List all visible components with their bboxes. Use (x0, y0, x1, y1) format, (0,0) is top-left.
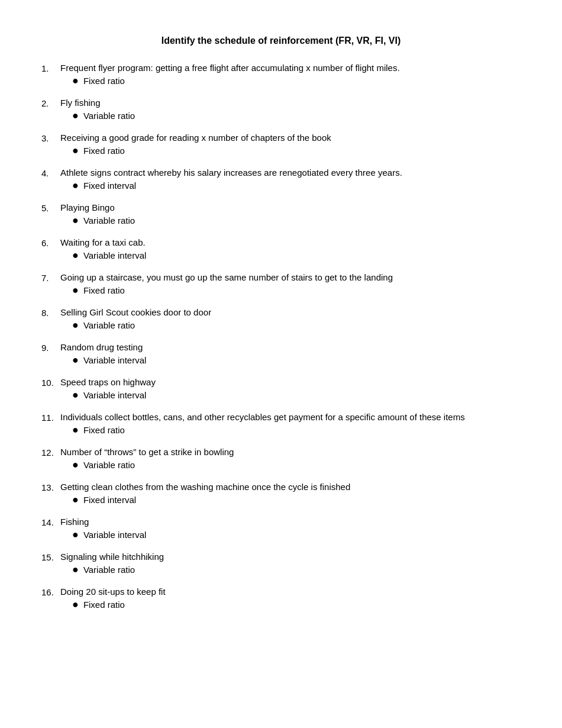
answer-item: ●Fixed ratio (60, 75, 521, 86)
question-number: 11. (41, 412, 60, 423)
question-text: Fly fishing (60, 98, 521, 108)
question-number: 2. (41, 98, 60, 108)
question-text: Playing Bingo (60, 202, 521, 212)
question-content: Selling Girl Scout cookies door to door●… (60, 307, 521, 330)
question-text: Going up a staircase, you must go up the… (60, 272, 521, 282)
bullet-icon: ● (72, 389, 79, 400)
answer-text: Variable interval (83, 355, 146, 365)
question-text: Speed traps on highway (60, 377, 521, 387)
answer-text: Variable interval (83, 530, 146, 540)
bullet-icon: ● (72, 145, 79, 156)
answer-text: Fixed ratio (83, 425, 125, 435)
question-number: 8. (41, 307, 60, 318)
answer-list: ●Variable interval (60, 355, 521, 365)
question-item: 4.Athlete signs contract whereby his sal… (41, 167, 521, 191)
answer-list: ●Variable ratio (60, 564, 521, 575)
question-content: Signaling while hitchhiking●Variable rat… (60, 552, 521, 575)
bullet-icon: ● (72, 529, 79, 540)
answer-text: Variable ratio (83, 215, 135, 226)
question-content: Getting clean clothes from the washing m… (60, 482, 521, 505)
question-text: Fishing (60, 517, 521, 527)
question-text: Frequent flyer program: getting a free f… (60, 63, 521, 73)
question-number: 9. (41, 342, 60, 353)
question-text: Number of “throws” to get a strike in bo… (60, 447, 521, 457)
question-content: Athlete signs contract whereby his salar… (60, 167, 521, 191)
answer-list: ●Fixed interval (60, 180, 521, 191)
question-item: 11.Individuals collect bottles, cans, an… (41, 412, 521, 435)
answer-item: ●Fixed ratio (60, 424, 521, 435)
bullet-icon: ● (72, 494, 79, 505)
answer-list: ●Fixed ratio (60, 285, 521, 295)
bullet-icon: ● (72, 215, 79, 226)
bullet-icon: ● (72, 110, 79, 121)
answer-list: ●Fixed ratio (60, 145, 521, 156)
question-number: 16. (41, 587, 60, 597)
answer-text: Fixed ratio (83, 285, 125, 295)
answer-text: Variable ratio (83, 460, 135, 470)
bullet-icon: ● (72, 320, 79, 330)
bullet-icon: ● (72, 424, 79, 435)
question-item: 6.Waiting for a taxi cab.●Variable inter… (41, 237, 521, 260)
question-number: 13. (41, 482, 60, 492)
question-item: 7.Going up a staircase, you must go up t… (41, 272, 521, 295)
answer-item: ●Variable ratio (60, 215, 521, 226)
question-content: Number of “throws” to get a strike in bo… (60, 447, 521, 470)
question-number: 14. (41, 517, 60, 527)
question-item: 5.Playing Bingo●Variable ratio (41, 202, 521, 226)
bullet-icon: ● (72, 355, 79, 365)
question-number: 12. (41, 447, 60, 458)
answer-text: Fixed interval (83, 495, 136, 505)
answer-text: Fixed ratio (83, 146, 125, 156)
question-content: Speed traps on highway●Variable interval (60, 377, 521, 400)
answer-item: ●Variable ratio (60, 110, 521, 121)
question-item: 1.Frequent flyer program: getting a free… (41, 63, 521, 86)
answer-list: ●Variable ratio (60, 215, 521, 226)
question-text: Signaling while hitchhiking (60, 552, 521, 562)
question-content: Fly fishing●Variable ratio (60, 98, 521, 121)
question-item: 14.Fishing●Variable interval (41, 517, 521, 540)
question-item: 3.Receiving a good grade for reading x n… (41, 133, 521, 156)
question-text: Athlete signs contract whereby his salar… (60, 167, 521, 178)
question-content: Playing Bingo●Variable ratio (60, 202, 521, 226)
bullet-icon: ● (72, 250, 79, 260)
answer-text: Fixed ratio (83, 76, 125, 86)
answer-list: ●Variable interval (60, 529, 521, 540)
question-item: 12.Number of “throws” to get a strike in… (41, 447, 521, 470)
bullet-icon: ● (72, 564, 79, 575)
question-item: 15.Signaling while hitchhiking●Variable … (41, 552, 521, 575)
question-item: 8.Selling Girl Scout cookies door to doo… (41, 307, 521, 330)
page-title: Identify the schedule of reinforcement (… (41, 36, 521, 46)
question-text: Doing 20 sit-ups to keep fit (60, 587, 521, 597)
question-text: Getting clean clothes from the washing m… (60, 482, 521, 492)
answer-item: ●Variable interval (60, 250, 521, 260)
answer-text: Variable interval (83, 250, 146, 260)
answer-item: ●Variable interval (60, 355, 521, 365)
answer-item: ●Variable interval (60, 529, 521, 540)
bullet-icon: ● (72, 180, 79, 191)
answer-text: Variable ratio (83, 320, 135, 330)
answer-text: Fixed ratio (83, 600, 125, 610)
bullet-icon: ● (72, 599, 79, 610)
answer-item: ●Fixed ratio (60, 145, 521, 156)
question-item: 2.Fly fishing●Variable ratio (41, 98, 521, 121)
question-number: 3. (41, 133, 60, 143)
question-item: 9.Random drug testing●Variable interval (41, 342, 521, 365)
answer-list: ●Variable interval (60, 389, 521, 400)
question-item: 16.Doing 20 sit-ups to keep fit●Fixed ra… (41, 587, 521, 610)
answer-item: ●Variable interval (60, 389, 521, 400)
question-item: 13.Getting clean clothes from the washin… (41, 482, 521, 505)
question-list: 1.Frequent flyer program: getting a free… (41, 63, 521, 610)
answer-list: ●Variable ratio (60, 459, 521, 470)
question-content: Fishing●Variable interval (60, 517, 521, 540)
question-number: 15. (41, 552, 60, 562)
question-text: Selling Girl Scout cookies door to door (60, 307, 521, 317)
question-text: Receiving a good grade for reading x num… (60, 133, 521, 143)
question-number: 4. (41, 167, 60, 178)
answer-item: ●Fixed ratio (60, 285, 521, 295)
question-content: Going up a staircase, you must go up the… (60, 272, 521, 295)
bullet-icon: ● (72, 285, 79, 295)
question-content: Frequent flyer program: getting a free f… (60, 63, 521, 86)
question-content: Individuals collect bottles, cans, and o… (60, 412, 521, 435)
answer-list: ●Variable ratio (60, 110, 521, 121)
question-item: 10.Speed traps on highway●Variable inter… (41, 377, 521, 400)
